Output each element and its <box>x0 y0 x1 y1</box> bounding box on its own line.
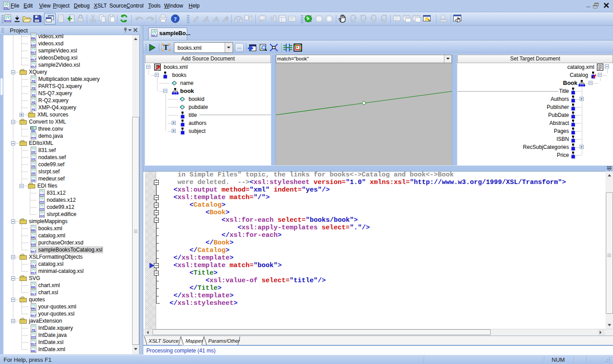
svg-text:XSL: XSL <box>4 7 9 10</box>
svg-text:?: ? <box>174 16 177 22</box>
svg-text:T: T <box>163 43 169 52</box>
svg-text:WSDL: WSDL <box>4 20 12 22</box>
svg-text:XSLT: XSLT <box>152 34 158 37</box>
